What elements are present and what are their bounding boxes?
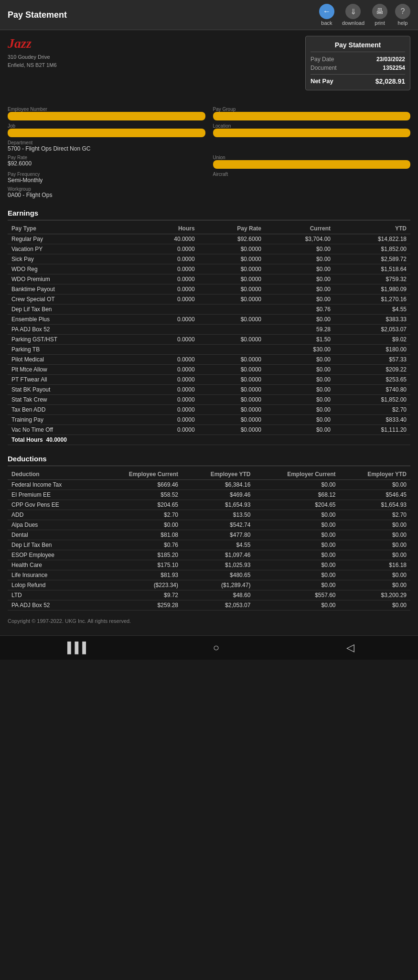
deduction-emp-ytd: $1,097.46 xyxy=(182,550,254,560)
deductions-row: CPP Gov Pens EE $204.65 $1,654.93 $204.6… xyxy=(8,500,410,510)
company-logo: Jazz xyxy=(8,36,298,51)
deduction-emp-current: $204.65 xyxy=(96,500,182,510)
earnings-hours: 0.0000 xyxy=(139,335,199,345)
deductions-row: Life Insurance $81.93 $480.65 $0.00 $0.0… xyxy=(8,570,410,580)
print-button[interactable]: 🖶 print xyxy=(372,4,387,26)
earnings-pay-rate: $0.0000 xyxy=(199,274,265,284)
col-er-ytd: Employer YTD xyxy=(340,469,410,480)
earnings-ytd: $9.02 xyxy=(334,335,410,345)
earnings-ytd: $180.00 xyxy=(334,345,410,355)
earnings-pay-rate: $0.0000 xyxy=(199,385,265,395)
android-nav: ▐▐▐ ○ ◁ xyxy=(0,635,418,660)
deduction-emp-current: $0.76 xyxy=(96,540,182,550)
deduction-name: CPP Gov Pens EE xyxy=(8,500,96,510)
deduction-er-current: $0.00 xyxy=(254,510,339,520)
help-button[interactable]: ? help xyxy=(395,4,410,26)
earnings-current: $0.00 xyxy=(265,415,334,425)
earnings-pay-type: Stat Tak Crew xyxy=(8,395,139,405)
footer: Copyright © 1997-2022. UKG Inc. All righ… xyxy=(0,610,418,628)
recents-nav-button[interactable]: ▐▐▐ xyxy=(64,642,86,654)
col-current: Current xyxy=(265,223,334,234)
company-info: Jazz 310 Goudey Drive Enfield, NS B2T 1M… xyxy=(8,36,298,95)
earnings-row: Ensemble Plus 0.0000 $0.0000 $0.00 $383.… xyxy=(8,315,410,325)
pay-rate-value: $92.6000 xyxy=(8,160,205,167)
aircraft-label: Aircraft xyxy=(213,172,411,177)
back-nav-button[interactable]: ◁ xyxy=(346,642,354,654)
earnings-current: $0.00 xyxy=(265,385,334,395)
deduction-emp-ytd: $48.60 xyxy=(182,590,254,600)
earnings-hours: 0.0000 xyxy=(139,375,199,385)
pay-date-value: 23/03/2022 xyxy=(376,56,405,63)
earnings-ytd: $253.65 xyxy=(334,375,410,385)
earnings-ytd: $759.32 xyxy=(334,274,410,284)
earnings-hours xyxy=(139,305,199,315)
deduction-er-ytd: $16.18 xyxy=(340,560,410,570)
deduction-emp-current: $259.28 xyxy=(96,600,182,610)
earnings-pay-rate: $92.6000 xyxy=(199,234,265,244)
earnings-row: Banktime Payout 0.0000 $0.0000 $0.00 $1,… xyxy=(8,284,410,294)
deductions-table: Deduction Employee Current Employee YTD … xyxy=(8,469,410,610)
deduction-er-ytd: $0.00 xyxy=(340,530,410,540)
deduction-er-ytd: $0.00 xyxy=(340,480,410,490)
earnings-pay-type: Parking TB xyxy=(8,345,139,355)
earnings-row: Stat BK Payout 0.0000 $0.0000 $0.00 $740… xyxy=(8,385,410,395)
net-pay-value: $2,028.91 xyxy=(375,77,405,85)
home-nav-button[interactable]: ○ xyxy=(213,642,219,654)
employee-number-item: Employee Number xyxy=(8,107,205,120)
earnings-pay-type: PA ADJ Box 52 xyxy=(8,325,139,335)
deduction-emp-ytd: $542.74 xyxy=(182,520,254,530)
earnings-ytd: $833.40 xyxy=(334,415,410,425)
earnings-ytd: $14,822.18 xyxy=(334,234,410,244)
deduction-emp-ytd: $480.65 xyxy=(182,570,254,580)
earnings-ytd: $4.55 xyxy=(334,305,410,315)
earnings-row: PA ADJ Box 52 59.28 $2,053.07 xyxy=(8,325,410,335)
earnings-row: Parking TB $30.00 $180.00 xyxy=(8,345,410,355)
deduction-name: Alpa Dues xyxy=(8,520,96,530)
print-icon: 🖶 xyxy=(372,4,387,19)
pay-group-label: Pay Group xyxy=(213,107,411,112)
earnings-row: Vacation PY 0.0000 $0.0000 $0.00 $1,852.… xyxy=(8,244,410,254)
earnings-ytd: $2,589.72 xyxy=(334,254,410,264)
earnings-table: Pay Type Hours Pay Rate Current YTD Regu… xyxy=(8,223,410,445)
earnings-ytd: $1,852.00 xyxy=(334,244,410,254)
deduction-emp-ytd: $6,384.16 xyxy=(182,480,254,490)
pay-date-row: Pay Date 23/03/2022 xyxy=(311,56,405,63)
earnings-pay-rate: $0.0000 xyxy=(199,315,265,325)
earnings-current: $0.00 xyxy=(265,264,334,274)
deductions-row: LTD $9.72 $48.60 $557.60 $3,200.29 xyxy=(8,590,410,600)
aircraft-item: Aircraft xyxy=(213,172,411,184)
deduction-emp-current: $2.70 xyxy=(96,510,182,520)
deduction-name: ADD xyxy=(8,510,96,520)
earnings-pay-rate xyxy=(199,345,265,355)
earnings-current: $0.00 xyxy=(265,375,334,385)
pay-date-label: Pay Date xyxy=(311,56,334,63)
net-pay-row: Net Pay $2,028.91 xyxy=(311,74,405,85)
toolbar: ← back ⇓ download 🖶 print ? help xyxy=(319,4,410,26)
earnings-current: $0.00 xyxy=(265,294,334,305)
earnings-hours: 40.0000 xyxy=(139,234,199,244)
earnings-pay-rate xyxy=(199,305,265,315)
download-button[interactable]: ⇓ download xyxy=(342,4,364,26)
earnings-pay-rate: $0.0000 xyxy=(199,375,265,385)
job-value xyxy=(8,129,205,137)
earnings-row: Pilot Medical 0.0000 $0.0000 $0.00 $57.3… xyxy=(8,355,410,365)
department-item: Department 5700 - Flight Ops Direct Non … xyxy=(8,140,410,152)
earnings-pay-type: Vacation PY xyxy=(8,244,139,254)
earnings-ytd: $1,852.00 xyxy=(334,395,410,405)
deduction-er-current: $0.00 xyxy=(254,540,339,550)
earnings-pay-type: Sick Pay xyxy=(8,254,139,264)
deduction-er-ytd: $2.70 xyxy=(340,510,410,520)
deduction-emp-ytd: $1,025.93 xyxy=(182,560,254,570)
earnings-pay-type: Crew Special OT xyxy=(8,294,139,305)
back-button[interactable]: ← back xyxy=(319,4,334,26)
earnings-hours: 0.0000 xyxy=(139,315,199,325)
deduction-emp-ytd: $469.46 xyxy=(182,490,254,500)
earnings-hours: 0.0000 xyxy=(139,355,199,365)
deduction-er-ytd: $0.00 xyxy=(340,570,410,580)
download-icon: ⇓ xyxy=(345,4,361,19)
employee-number-value xyxy=(8,112,205,120)
deduction-emp-current: $185.20 xyxy=(96,550,182,560)
earnings-pay-type: WDO Premium xyxy=(8,274,139,284)
back-icon: ← xyxy=(319,4,334,19)
header-region: Jazz 310 Goudey Drive Enfield, NS B2T 1M… xyxy=(0,30,418,101)
